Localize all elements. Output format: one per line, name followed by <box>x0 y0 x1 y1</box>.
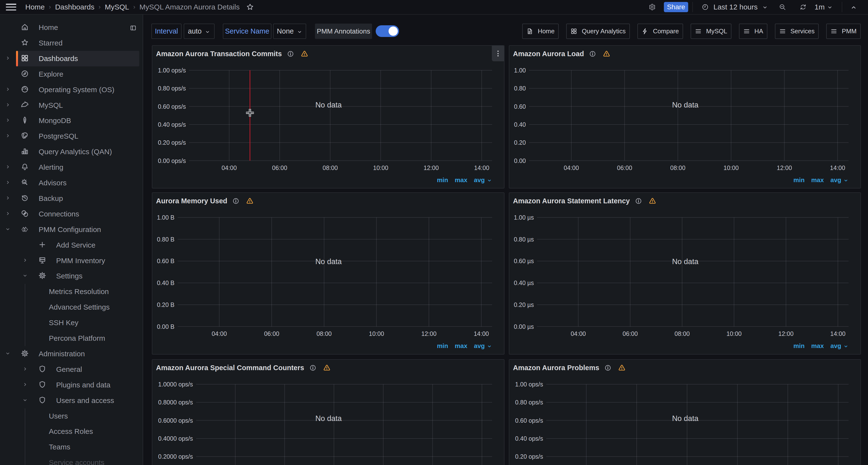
svg-text:06:00: 06:00 <box>617 165 632 171</box>
svg-text:0.40 ops/s: 0.40 ops/s <box>158 121 186 128</box>
svg-text:0.4000 ops/s: 0.4000 ops/s <box>158 435 193 442</box>
svg-text:06:00: 06:00 <box>272 165 287 171</box>
svg-text:14:00: 14:00 <box>474 165 489 171</box>
svg-text:0.40 µs: 0.40 µs <box>514 280 534 286</box>
svg-text:12:00: 12:00 <box>777 165 792 171</box>
svg-text:10:00: 10:00 <box>726 330 742 337</box>
svg-text:12:00: 12:00 <box>421 330 437 337</box>
svg-text:08:00: 08:00 <box>323 165 338 171</box>
svg-text:1.00 ops/s: 1.00 ops/s <box>158 67 186 74</box>
svg-text:0.20: 0.20 <box>514 139 526 146</box>
svg-text:1.00: 1.00 <box>514 67 526 74</box>
svg-text:0.20 ops/s: 0.20 ops/s <box>515 453 543 460</box>
svg-text:14:00: 14:00 <box>830 330 846 337</box>
svg-text:0.20 µs: 0.20 µs <box>514 301 534 308</box>
svg-text:No data: No data <box>672 257 699 266</box>
svg-text:1.00 µs: 1.00 µs <box>514 214 534 221</box>
svg-text:0.6000 ops/s: 0.6000 ops/s <box>158 417 193 424</box>
svg-text:14:00: 14:00 <box>830 165 845 171</box>
svg-text:0.8000 ops/s: 0.8000 ops/s <box>158 399 193 406</box>
svg-text:0.80: 0.80 <box>514 85 526 92</box>
svg-text:No data: No data <box>315 101 342 109</box>
svg-text:14:00: 14:00 <box>474 330 489 337</box>
svg-text:04:00: 04:00 <box>564 165 579 171</box>
svg-text:08:00: 08:00 <box>675 330 690 337</box>
svg-text:0.60: 0.60 <box>514 103 526 110</box>
svg-text:10:00: 10:00 <box>723 165 739 171</box>
svg-text:0.00: 0.00 <box>514 157 526 164</box>
svg-text:0.40: 0.40 <box>514 121 526 128</box>
svg-text:1.0000 ops/s: 1.0000 ops/s <box>158 381 193 388</box>
svg-text:1.00 ops/s: 1.00 ops/s <box>515 381 543 388</box>
svg-text:06:00: 06:00 <box>623 330 638 337</box>
svg-text:No data: No data <box>315 257 342 266</box>
svg-text:No data: No data <box>672 414 699 423</box>
svg-text:0.60 ops/s: 0.60 ops/s <box>515 417 543 424</box>
svg-text:No data: No data <box>672 101 699 109</box>
svg-text:0.40 ops/s: 0.40 ops/s <box>515 435 543 442</box>
svg-text:0.60 µs: 0.60 µs <box>514 258 534 264</box>
svg-text:12:00: 12:00 <box>424 165 439 171</box>
svg-text:0.80 ops/s: 0.80 ops/s <box>515 399 543 406</box>
svg-text:0.80 ops/s: 0.80 ops/s <box>158 85 186 92</box>
svg-text:0.80 B: 0.80 B <box>157 236 175 243</box>
svg-text:04:00: 04:00 <box>222 165 237 171</box>
svg-text:0.60 ops/s: 0.60 ops/s <box>158 103 186 110</box>
svg-text:0.20 ops/s: 0.20 ops/s <box>158 139 186 146</box>
svg-text:No data: No data <box>315 414 342 423</box>
svg-text:04:00: 04:00 <box>570 330 586 337</box>
svg-text:0.40 B: 0.40 B <box>157 280 175 286</box>
svg-text:1.00 B: 1.00 B <box>157 214 175 221</box>
svg-text:0.20 B: 0.20 B <box>157 301 175 308</box>
svg-text:08:00: 08:00 <box>316 330 332 337</box>
svg-text:10:00: 10:00 <box>373 165 388 171</box>
svg-text:0.60 B: 0.60 B <box>157 258 175 264</box>
svg-text:06:00: 06:00 <box>264 330 279 337</box>
svg-text:0.00 ops/s: 0.00 ops/s <box>158 157 186 164</box>
svg-text:0.00 B: 0.00 B <box>157 323 175 330</box>
svg-text:0.00 µs: 0.00 µs <box>514 323 534 330</box>
svg-text:0.80 µs: 0.80 µs <box>514 236 534 243</box>
svg-text:04:00: 04:00 <box>212 330 227 337</box>
svg-text:10:00: 10:00 <box>369 330 384 337</box>
svg-text:0.2000 ops/s: 0.2000 ops/s <box>158 453 193 460</box>
svg-text:08:00: 08:00 <box>670 165 685 171</box>
svg-text:12:00: 12:00 <box>778 330 794 337</box>
